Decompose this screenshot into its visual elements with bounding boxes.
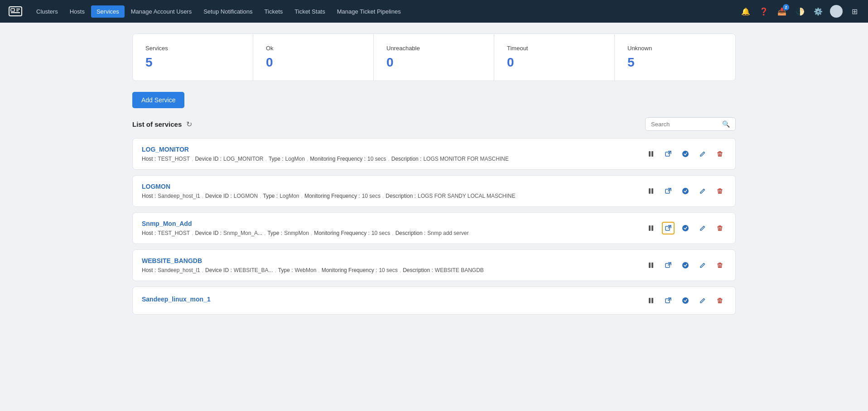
nav-link-manage-ticket-pipelines[interactable]: Manage Ticket Pipelines (332, 5, 406, 18)
grid-icon[interactable]: ⊞ (848, 5, 861, 18)
check-button[interactable] (679, 259, 692, 272)
service-name[interactable]: Snmp_Mon_Add (142, 220, 636, 227)
add-service-button[interactable]: Add Service (132, 92, 184, 108)
search-box: 🔍 (645, 117, 736, 131)
avatar[interactable] (830, 5, 843, 18)
service-info: LOG_MONITORHost : TEST_HOST , Device ID … (142, 146, 636, 162)
svg-rect-14 (651, 225, 653, 231)
check-button[interactable] (679, 185, 692, 197)
edit-button[interactable] (696, 294, 709, 307)
nav-link-manage-account-users[interactable]: Manage Account Users (125, 5, 197, 18)
navbar: ClustersHostsServicesManage Account User… (0, 0, 868, 23)
service-meta: Host : TEST_HOST , Device ID : LOG_MONIT… (142, 156, 636, 162)
meta-host-label: Host : (142, 156, 156, 162)
service-name[interactable]: WEBSITE_BANGDB (142, 257, 636, 264)
external-link-button[interactable] (662, 185, 675, 197)
svg-rect-13 (649, 225, 651, 231)
meta-desc-label: Description : (403, 267, 433, 273)
service-actions (645, 148, 726, 160)
meta-host-label: Host : (142, 193, 156, 199)
svg-point-20 (682, 262, 689, 268)
external-link-button[interactable] (662, 259, 675, 272)
search-icon: 🔍 (722, 120, 730, 128)
pause-button[interactable] (645, 222, 657, 234)
help-icon[interactable]: ❓ (757, 5, 770, 18)
meta-host-value: TEST_HOST (158, 156, 190, 162)
edit-button[interactable] (696, 259, 709, 272)
edit-button[interactable] (696, 148, 709, 160)
meta-host-label: Host : (142, 230, 156, 236)
svg-rect-22 (651, 298, 653, 303)
stats-row: Services5Ok0Unreachable0Timeout0Unknown5 (132, 33, 736, 81)
service-name[interactable]: LOG_MONITOR (142, 146, 636, 153)
service-name[interactable]: LOGMON (142, 183, 636, 190)
delete-button[interactable] (714, 294, 726, 307)
stat-value: 0 (386, 55, 481, 70)
stat-label: Ok (266, 45, 361, 52)
meta-device-value: Snmp_Mon_A... (223, 230, 262, 236)
meta-desc-value: LOGS MONITOR FOR MASCHINE (423, 156, 508, 162)
delete-button[interactable] (714, 185, 726, 197)
pause-button[interactable] (645, 259, 657, 272)
nav-link-hosts[interactable]: Hosts (64, 5, 90, 18)
external-link-button[interactable] (662, 148, 675, 160)
meta-host-value: TEST_HOST (158, 230, 190, 236)
meta-device-value: LOG_MONITOR (223, 156, 263, 162)
pause-button[interactable] (645, 148, 657, 160)
svg-rect-2 (16, 9, 20, 10)
nav-link-ticket-stats[interactable]: Ticket Stats (289, 5, 330, 18)
settings-icon[interactable]: ⚙️ (812, 5, 825, 18)
external-link-button[interactable] (662, 294, 675, 307)
refresh-icon[interactable]: ↻ (186, 120, 192, 129)
delete-button[interactable] (714, 148, 726, 160)
stat-card-timeout: Timeout0 (494, 34, 615, 81)
stat-label: Services (145, 45, 240, 52)
svg-rect-6 (651, 151, 653, 157)
meta-type-label: Type : (278, 267, 293, 273)
meta-freq-label: Monitoring Frequency : (322, 267, 377, 273)
edit-button[interactable] (696, 185, 709, 197)
pause-button[interactable] (645, 185, 657, 197)
meta-type-label: Type : (269, 156, 284, 162)
check-button[interactable] (679, 148, 692, 160)
meta-device-value: WEBSITE_BA... (234, 267, 273, 273)
delete-button[interactable] (714, 259, 726, 272)
delete-button[interactable] (714, 222, 726, 234)
meta-device-label: Device ID : (195, 230, 222, 236)
meta-desc-label: Description : (395, 230, 426, 236)
stat-card-unreachable: Unreachable0 (374, 34, 494, 81)
service-card: Snmp_Mon_AddHost : TEST_HOST , Device ID… (132, 212, 736, 244)
meta-type-value: LogMon (285, 156, 305, 162)
meta-desc-label: Description : (391, 156, 422, 162)
meta-device-label: Device ID : (205, 193, 232, 199)
check-button[interactable] (679, 294, 692, 307)
service-card: LOGMONHost : Sandeep_host_l1 , Device ID… (132, 175, 736, 207)
pause-button[interactable] (645, 294, 657, 307)
external-link-button[interactable] (662, 222, 675, 234)
nav-link-services[interactable]: Services (91, 5, 125, 18)
service-actions (645, 222, 726, 234)
stat-card-services: Services5 (133, 34, 253, 81)
meta-host-label: Host : (142, 267, 156, 273)
meta-device-label: Device ID : (195, 156, 222, 162)
nav-link-setup-notifications[interactable]: Setup Notifications (198, 5, 258, 18)
service-actions (645, 294, 726, 307)
nav-link-tickets[interactable]: Tickets (259, 5, 289, 18)
nav-icons: 🔔 ❓ 📥 2 🌓 ⚙️ ⊞ (739, 5, 861, 18)
stat-label: Timeout (507, 45, 602, 52)
theme-icon[interactable]: 🌓 (794, 5, 806, 18)
nav-link-clusters[interactable]: Clusters (31, 5, 63, 18)
edit-button[interactable] (696, 222, 709, 234)
search-input[interactable] (651, 121, 719, 128)
check-button[interactable] (679, 222, 692, 234)
meta-freq-label: Monitoring Frequency : (304, 193, 360, 199)
download-icon[interactable]: 📥 2 (776, 5, 788, 18)
meta-type-value: LogMon (280, 193, 299, 199)
service-info: Snmp_Mon_AddHost : TEST_HOST , Device ID… (142, 220, 636, 236)
meta-freq-value: 10 secs (367, 156, 386, 162)
meta-device-label: Device ID : (205, 267, 232, 273)
service-name[interactable]: Sandeep_linux_mon_1 (142, 296, 636, 303)
notifications-icon[interactable]: 🔔 (739, 5, 752, 18)
svg-point-24 (682, 297, 689, 304)
main-content: Services5Ok0Unreachable0Timeout0Unknown5… (121, 23, 747, 325)
